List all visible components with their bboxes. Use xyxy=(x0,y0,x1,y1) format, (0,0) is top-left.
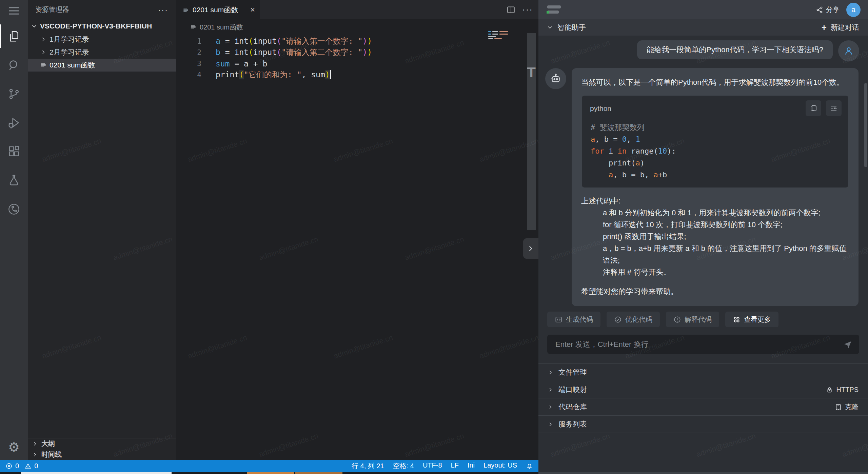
explorer-tree: 1月学习记录2月学习记录0201 sum函数 xyxy=(28,33,176,72)
activity-bar-bottom: ⚙ xyxy=(0,436,28,460)
status-right: 行 4, 列 21空格: 4UTF-8LFIniLayout: US xyxy=(352,461,533,471)
share-icon xyxy=(816,6,823,14)
section-label: 代码仓库 xyxy=(558,402,587,412)
user-avatar xyxy=(838,40,859,61)
source-control-icon[interactable] xyxy=(0,79,28,108)
code-line: 4print("它们的和为: ", sum) xyxy=(176,69,538,80)
status-item[interactable]: 空格: 4 xyxy=(393,461,414,471)
section-action-HTTPS[interactable]: HTTPS xyxy=(826,386,859,394)
status-item[interactable]: 行 4, 列 21 xyxy=(352,461,384,471)
panel-sections: 文件管理端口映射HTTPS代码仓库克隆服务列表 xyxy=(538,363,868,433)
quick-action-生成代码[interactable]: 生成代码 xyxy=(547,312,600,327)
quick-action-label: 优化代码 xyxy=(625,315,652,324)
explanation-line: 注释用 # 符号开头。 xyxy=(581,266,849,278)
chevron-right-icon xyxy=(547,404,554,410)
status-dot xyxy=(547,11,549,14)
status-item[interactable]: LF xyxy=(451,461,459,471)
new-chat-button[interactable]: + 新建对话 xyxy=(822,23,859,32)
panel-section-代码仓库[interactable]: 代码仓库克隆 xyxy=(538,398,868,416)
section-label: 服务列表 xyxy=(558,419,587,429)
insert-code-button[interactable] xyxy=(826,100,842,116)
grid-icon xyxy=(733,316,741,323)
explorer-icon[interactable] xyxy=(0,22,28,51)
section-label-group: 服务列表 xyxy=(547,419,587,429)
status-item[interactable]: Ini xyxy=(468,461,475,471)
lock-icon xyxy=(826,386,833,393)
tree-item-0201 sum函数[interactable]: 0201 sum函数 xyxy=(28,59,176,72)
info-circle-icon xyxy=(673,316,681,323)
remote-runner-icon[interactable] xyxy=(0,195,28,223)
sidebar-section-时间线[interactable]: 时间线 xyxy=(28,449,176,460)
section-action-克隆[interactable]: 克隆 xyxy=(835,402,859,412)
search-icon[interactable] xyxy=(0,51,28,79)
robot-icon xyxy=(550,73,562,85)
panel-section-端口映射[interactable]: 端口映射HTTPS xyxy=(538,381,868,398)
avatar[interactable]: a xyxy=(846,3,861,17)
section-action-label: 克隆 xyxy=(845,402,859,412)
sidebar-section-大纲[interactable]: 大纲 xyxy=(28,438,176,449)
file-list-icon xyxy=(190,24,197,31)
code-block: python # 斐波那契数列a, b = 0, 1for i in rang xyxy=(582,96,848,187)
status-item[interactable]: UTF-8 xyxy=(423,461,442,471)
panel-scrollbar-thumb[interactable] xyxy=(864,83,867,167)
quick-action-label: 生成代码 xyxy=(566,315,593,324)
tab-0201-sum[interactable]: 0201 sum函数 × xyxy=(176,0,260,19)
bell-icon[interactable] xyxy=(526,462,533,470)
explanation-line: a 和 b 分别初始化为 0 和 1，用来计算斐波那契数列的前两个数字; xyxy=(581,207,849,219)
panel-section-文件管理[interactable]: 文件管理 xyxy=(538,364,868,381)
quick-actions: 生成代码优化代码解释代码查看更多 xyxy=(538,306,868,327)
workspace-name: VSCODE-PYTHON-V3-BKFFBIUH xyxy=(40,22,152,30)
sidebar-bottom-sections: 大纲时间线 xyxy=(28,438,176,460)
code-block-content[interactable]: # 斐波那契数列a, b = 0, 1for i in range(10): p… xyxy=(582,120,848,181)
section-label-group: 文件管理 xyxy=(547,368,587,377)
scrollbar-watermark-letter: T xyxy=(527,64,536,81)
panel-section-服务列表[interactable]: 服务列表 xyxy=(538,416,868,433)
status-item[interactable]: Layout: US xyxy=(484,461,517,471)
chevron-right-icon xyxy=(40,49,47,56)
assistant-avatar xyxy=(545,68,566,89)
send-icon[interactable] xyxy=(843,340,852,349)
extensions-icon[interactable] xyxy=(0,137,28,166)
run-debug-icon[interactable] xyxy=(0,108,28,137)
quick-action-优化代码[interactable]: 优化代码 xyxy=(607,312,660,327)
menu-icon[interactable] xyxy=(0,0,28,22)
section-label-group: 代码仓库 xyxy=(547,402,587,412)
editor-actions: ··· xyxy=(507,0,533,19)
workspace-root-row[interactable]: VSCODE-PYTHON-V3-BKFFBIUH xyxy=(28,19,176,33)
share-button[interactable]: 分享 xyxy=(816,5,840,14)
chevron-right-icon xyxy=(547,421,554,428)
code-line: 3sum = a + b xyxy=(176,58,538,69)
explorer-sidebar: 资源管理器 ··· VSCODE-PYTHON-V3-BKFFBIUH 1月学习… xyxy=(28,0,176,460)
problems-status[interactable]: 0 0 xyxy=(5,462,38,470)
quick-action-解释代码[interactable]: 解释代码 xyxy=(666,312,719,327)
split-editor-icon[interactable] xyxy=(507,5,515,14)
breadcrumb[interactable]: 0201 sum函数 xyxy=(176,19,538,35)
chat-input[interactable]: Enter 发送，Ctrl+Enter 换行 xyxy=(547,335,859,354)
workspace-menu-icon[interactable] xyxy=(547,5,562,14)
testing-icon[interactable] xyxy=(0,166,28,195)
settings-icon[interactable]: ⚙ xyxy=(0,436,28,460)
editor-more-icon[interactable]: ··· xyxy=(522,4,533,15)
close-icon[interactable]: × xyxy=(250,6,255,14)
code-area[interactable]: 1a = int(input("请输入第一个数字: "))2b = int(in… xyxy=(176,35,538,80)
more-actions-icon[interactable]: ··· xyxy=(158,5,168,15)
editor-scrollbar[interactable]: T xyxy=(527,33,536,230)
assistant-panel: 分享 a 智能助手 + 新建对话 能给我一段简单的Python代码，学习一下相关… xyxy=(538,0,868,474)
assistant-collapse[interactable]: 智能助手 xyxy=(547,23,586,32)
user-message-bubble: 能给我一段简单的Python代码，学习一下相关语法吗? xyxy=(637,40,833,59)
code-line-text: print("它们的和为: ", sum) xyxy=(201,70,331,80)
explanation-line: 上述代码中: xyxy=(581,195,849,207)
chevron-right-icon xyxy=(32,452,38,458)
explanation-line: print() 函数用于输出结果; xyxy=(581,231,849,242)
panel-expand-button[interactable] xyxy=(523,238,538,259)
activity-bar: ⚙ xyxy=(0,0,28,460)
assistant-header: 智能助手 + 新建对话 xyxy=(538,19,868,36)
copy-code-button[interactable] xyxy=(806,100,821,116)
tree-item-1月学习记录[interactable]: 1月学习记录 xyxy=(28,33,176,46)
tree-item-label: 1月学习记录 xyxy=(50,35,89,44)
quick-action-查看更多[interactable]: 查看更多 xyxy=(725,312,778,327)
warning-icon xyxy=(24,462,32,470)
tree-item-2月学习记录[interactable]: 2月学习记录 xyxy=(28,46,176,59)
sidebar-section-label: 时间线 xyxy=(41,450,62,459)
editor-group: 0201 sum函数 × ··· 0201 sum函数 1a = int(inp… xyxy=(176,0,538,460)
